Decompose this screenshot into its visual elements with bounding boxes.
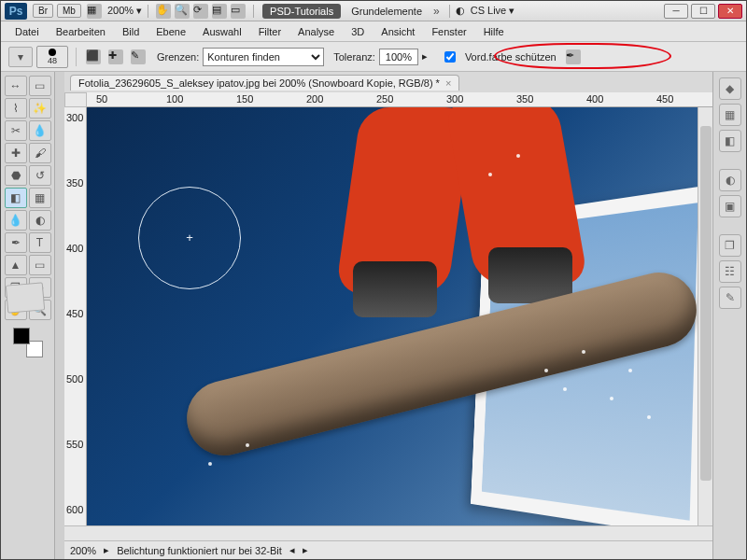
zoom-dropdown[interactable]: 200% ▾: [107, 5, 142, 17]
ruler-origin[interactable]: [64, 92, 87, 107]
document-title: Fotolia_23629605_S_aleksey ipatov.jpg be…: [78, 77, 440, 89]
horizontal-scrollbar[interactable]: [64, 525, 712, 540]
adjustments-panel-icon[interactable]: ◐: [719, 169, 741, 191]
lasso-tool[interactable]: ⌇: [5, 98, 27, 119]
tools-panel: ↔ ▭ ⌇ ✨ ✂ 💧 ✚ 🖌 ⬣ ↺ ◧ ▦ 💧 ◐ ✒ T ▲ ▭ ❒ ⎋: [1, 72, 55, 559]
cslive-icon[interactable]: ◐: [456, 5, 465, 17]
status-zoom[interactable]: 200%: [70, 545, 96, 556]
document-tab-row: Fotolia_23629605_S_aleksey ipatov.jpg be…: [64, 72, 712, 92]
blur-tool[interactable]: 💧: [5, 210, 27, 231]
crop-tool[interactable]: ✂: [5, 120, 27, 141]
status-message: Belichtung funktioniert nur bei 32-Bit: [117, 545, 282, 556]
menu-auswahl[interactable]: Auswahl: [194, 24, 250, 39]
bridge-button[interactable]: Br: [33, 4, 53, 18]
arrange-icon[interactable]: ▤: [212, 4, 227, 19]
separator: [148, 5, 148, 18]
maximize-button[interactable]: ☐: [691, 4, 715, 19]
masks-panel-icon[interactable]: ▣: [719, 195, 741, 217]
layers-panel-icon[interactable]: ❐: [719, 234, 741, 257]
3d-camera-tool[interactable]: ⎋: [29, 277, 51, 298]
workspace-tutorials[interactable]: PSD-Tutorials: [262, 4, 341, 19]
close-button[interactable]: ✕: [718, 4, 742, 19]
stamp-tool[interactable]: ⬣: [5, 165, 27, 186]
rotate-icon[interactable]: ⟳: [193, 4, 208, 19]
move-tool[interactable]: ↔: [5, 76, 27, 96]
sampling-bgswatch-icon[interactable]: ✎: [131, 49, 146, 64]
grenzen-dropdown[interactable]: Konturen finden: [203, 48, 324, 66]
vertical-scrollbar[interactable]: [698, 107, 712, 525]
healing-tool[interactable]: ✚: [5, 143, 27, 163]
channels-panel-icon[interactable]: ☷: [719, 260, 741, 283]
pen-tool[interactable]: ✒: [5, 232, 27, 253]
swatches-panel-icon[interactable]: ▦: [719, 104, 741, 126]
toleranz-label: Toleranz:: [333, 51, 375, 63]
brush-size-label: 48: [48, 56, 57, 65]
document-tab[interactable]: Fotolia_23629605_S_aleksey ipatov.jpg be…: [70, 75, 459, 91]
cslive-button[interactable]: CS Live ▾: [471, 5, 515, 17]
color-swatch[interactable]: [13, 328, 43, 357]
fg-color[interactable]: [13, 328, 30, 344]
styles-panel-icon[interactable]: ◧: [719, 130, 741, 152]
workspace-grundelemente[interactable]: Grundelemente: [344, 4, 430, 19]
menu-fenster[interactable]: Fenster: [423, 24, 474, 39]
vordfarbe-label: Vord.farbe schützen: [465, 51, 557, 63]
zoom-icon[interactable]: 🔍: [175, 4, 190, 19]
menu-hilfe[interactable]: Hilfe: [475, 24, 513, 39]
shape-tool[interactable]: ▭: [29, 255, 51, 275]
separator: [76, 48, 77, 66]
horizontal-ruler[interactable]: 50 100 150 200 250 300 350 400 450: [87, 92, 712, 107]
brush-preview-icon: [49, 49, 56, 56]
sampling-continuous-icon[interactable]: ⬛: [86, 49, 101, 64]
menu-bearbeiten[interactable]: Bearbeiten: [48, 24, 114, 39]
brush-preset-picker[interactable]: 48: [36, 46, 68, 68]
toleranz-input[interactable]: [379, 49, 418, 65]
close-tab-icon[interactable]: ×: [445, 77, 451, 89]
marquee-tool[interactable]: ▭: [29, 76, 51, 96]
workspace-more[interactable]: »: [433, 5, 440, 18]
menu-ansicht[interactable]: Ansicht: [373, 24, 423, 39]
menu-bild[interactable]: Bild: [114, 24, 148, 39]
history-brush-tool[interactable]: ↺: [29, 165, 51, 186]
menu-analyse[interactable]: Analyse: [289, 24, 343, 39]
separator: [449, 5, 450, 18]
status-nav-left[interactable]: ◂: [289, 544, 295, 556]
eyedropper-tool[interactable]: 💧: [29, 120, 51, 141]
vordfarbe-checkbox[interactable]: [444, 51, 456, 63]
brush-cursor: [138, 187, 241, 289]
zoom-tool[interactable]: 🔍: [29, 300, 51, 320]
brush-tool[interactable]: 🖌: [29, 143, 51, 163]
workspace-icon[interactable]: ▦: [87, 4, 102, 19]
menu-3d[interactable]: 3D: [343, 24, 373, 39]
menu-filter[interactable]: Filter: [250, 24, 289, 39]
right-dock: ◆ ▦ ◧ ◐ ▣ ❐ ☷ ✎: [712, 72, 746, 559]
title-bar: Ps Br Mb ▦ 200% ▾ ✋ 🔍 ⟳ ▤ ▭ PSD-Tutorial…: [1, 1, 746, 21]
pressure-icon[interactable]: ✒: [566, 49, 581, 64]
menu-datei[interactable]: Datei: [7, 24, 48, 39]
3d-tool[interactable]: ❒: [5, 277, 27, 298]
menu-bar: Datei Bearbeiten Bild Ebene Auswahl Filt…: [1, 21, 746, 42]
background-eraser-tool[interactable]: ◧: [5, 188, 27, 208]
tool-preset-picker[interactable]: ▾: [8, 47, 33, 67]
menu-ebene[interactable]: Ebene: [148, 24, 194, 39]
canvas[interactable]: [87, 107, 698, 525]
sampling-once-icon[interactable]: ✚: [108, 49, 123, 64]
dodge-tool[interactable]: ◐: [29, 210, 51, 231]
gradient-tool[interactable]: ▦: [29, 188, 51, 208]
app-logo: Ps: [5, 3, 27, 20]
minimize-button[interactable]: ─: [664, 4, 688, 19]
path-select-tool[interactable]: ▲: [5, 255, 27, 275]
status-nav-right[interactable]: ▸: [303, 544, 308, 556]
hand-icon[interactable]: ✋: [156, 4, 171, 19]
type-tool[interactable]: T: [29, 232, 51, 253]
magic-wand-tool[interactable]: ✨: [29, 98, 51, 119]
vertical-ruler[interactable]: 300 350 400 450 500 550 600: [64, 107, 87, 525]
hand-tool[interactable]: ✋: [5, 300, 27, 320]
color-panel-icon[interactable]: ◆: [719, 77, 741, 100]
grenzen-label: Grenzen:: [157, 51, 199, 63]
minibridge-button[interactable]: Mb: [57, 4, 81, 18]
options-bar: ▾ 48 ⬛ ✚ ✎ Grenzen: Konturen finden Tole…: [1, 42, 746, 72]
toleranz-arrow[interactable]: ▸: [422, 50, 428, 63]
paths-panel-icon[interactable]: ✎: [719, 287, 741, 309]
screen-mode-icon[interactable]: ▭: [231, 4, 246, 19]
status-arrow[interactable]: ▸: [104, 544, 109, 556]
